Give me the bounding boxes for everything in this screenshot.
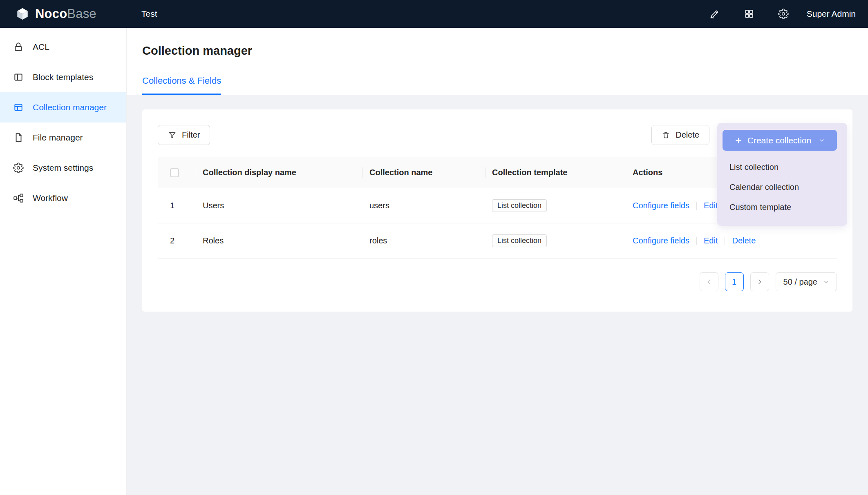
pagination: 1 50 / page (158, 272, 837, 291)
chevron-down-icon (819, 137, 825, 144)
main-area: Collection manager Collections & Fields … (127, 28, 868, 495)
gear-icon (13, 163, 24, 173)
cell-collection-name: roles (363, 236, 485, 245)
brand-bold: Noco (35, 7, 67, 21)
chevron-right-icon (756, 279, 763, 285)
menu-item-calendar-collection[interactable]: Calendar collection (717, 177, 847, 197)
file-icon (13, 132, 24, 143)
plus-icon (734, 136, 743, 145)
page-header: Collection manager Collections & Fields (127, 28, 868, 95)
chevron-left-icon (706, 279, 712, 285)
user-menu[interactable]: Super Admin (807, 9, 856, 19)
brand-light: Base (67, 7, 96, 21)
sidebar-item-system-settings[interactable]: System settings (0, 153, 126, 183)
row-index: 2 (158, 236, 196, 245)
delete-button[interactable]: Delete (651, 125, 709, 145)
page-size-value: 50 / page (783, 277, 817, 287)
filter-label: Filter (182, 130, 200, 140)
page-size-select[interactable]: 50 / page (776, 272, 837, 291)
sidebar-item-file-manager[interactable]: File manager (0, 123, 126, 153)
header-menu-test[interactable]: Test (141, 9, 157, 19)
top-header: NocoBase Test Super Admin (0, 0, 868, 28)
template-tag: List collection (492, 199, 547, 212)
select-all-cell (158, 168, 196, 177)
table-row: 2 Roles roles List collection Configure … (158, 223, 837, 259)
sidebar-item-label: System settings (33, 163, 93, 173)
sidebar-item-acl[interactable]: ACL (0, 32, 126, 62)
create-collection-label: Create collection (747, 136, 811, 145)
delete-link[interactable]: Delete (732, 236, 756, 245)
cell-collection-name: users (363, 201, 485, 210)
sidebar-item-label: Workflow (33, 193, 68, 203)
configure-fields-link[interactable]: Configure fields (633, 236, 689, 245)
workflow-icon (13, 193, 24, 203)
sidebar-item-block-templates[interactable]: Block templates (0, 62, 126, 92)
cell-display-name: Roles (196, 236, 363, 245)
row-index: 1 (158, 201, 196, 210)
action-divider (725, 237, 725, 245)
previous-page-button[interactable] (700, 272, 718, 291)
settings-sidebar: ACL Block templates Collection manager F… (0, 28, 127, 495)
trash-icon (662, 131, 670, 139)
create-menu: List collection Calendar collection Cust… (717, 157, 847, 217)
cell-template: List collection (485, 234, 626, 247)
create-collection-button[interactable]: Create collection (723, 130, 837, 151)
filter-button[interactable]: Filter (158, 125, 210, 145)
brand-name: NocoBase (35, 7, 96, 21)
apps-grid-icon[interactable] (744, 9, 754, 19)
action-divider (696, 237, 697, 245)
sidebar-item-label: Block templates (33, 72, 93, 82)
highlighter-icon[interactable] (709, 9, 720, 19)
next-page-button[interactable] (750, 272, 769, 291)
cell-template: List collection (485, 199, 626, 212)
cell-display-name: Users (196, 201, 363, 210)
edit-link[interactable]: Edit (704, 236, 718, 245)
lock-icon (13, 42, 24, 52)
sidebar-item-label: File manager (33, 133, 83, 143)
chevron-down-icon (823, 279, 829, 285)
column-header: Collection name (363, 168, 485, 177)
action-divider (696, 202, 697, 210)
select-all-checkbox[interactable] (170, 168, 179, 177)
cell-actions: Configure fields Edit Delete (626, 236, 837, 245)
menu-item-list-collection[interactable]: List collection (717, 157, 847, 177)
sidebar-item-label: ACL (33, 42, 49, 52)
cube-logo-icon (16, 7, 29, 21)
delete-label: Delete (676, 130, 699, 140)
table-icon (13, 102, 24, 113)
filter-icon (168, 131, 177, 139)
sidebar-item-label: Collection manager (33, 103, 107, 112)
page-number-1[interactable]: 1 (725, 272, 744, 291)
edit-link[interactable]: Edit (704, 201, 718, 210)
layout-icon (13, 72, 24, 82)
column-header: Collection display name (196, 168, 363, 177)
tab-collections-fields[interactable]: Collections & Fields (142, 76, 221, 95)
brand-logo[interactable]: NocoBase (0, 7, 127, 21)
column-header: Collection template (485, 168, 626, 177)
template-tag: List collection (492, 234, 547, 247)
sidebar-item-workflow[interactable]: Workflow (0, 183, 126, 213)
configure-fields-link[interactable]: Configure fields (633, 201, 689, 210)
menu-item-custom-template[interactable]: Custom template (717, 197, 847, 217)
create-collection-dropdown: Create collection List collection Calend… (717, 123, 847, 226)
tabs-row: Collections & Fields (142, 76, 852, 95)
sidebar-item-collection-manager[interactable]: Collection manager (0, 92, 126, 123)
gear-icon[interactable] (778, 9, 789, 19)
page-title: Collection manager (142, 44, 852, 58)
